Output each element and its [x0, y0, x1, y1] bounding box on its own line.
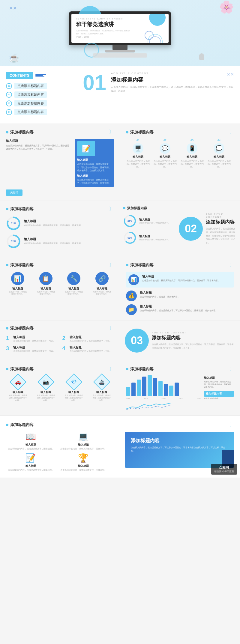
diamond-icon-1: 🚗 输入标题 点击文字内容，视情况调整，图像说明内容字内容。	[9, 376, 27, 402]
section2-mid-title: 添加标题内容	[127, 206, 147, 210]
monitor-stand	[112, 45, 128, 50]
section6-right-banner: 添加标题内容 点击插入的内容，视情况调整文字，可以添加中国特点，请参考内容点击插…	[125, 432, 234, 468]
section2-left: 添加标题内容 〕 81% 输入标题 点击添加你的内容，视情况调整文字，可以这样做…	[0, 201, 120, 257]
section1-left-deco: 〕	[109, 129, 114, 135]
right-item-title-3: 输入标题	[140, 304, 218, 309]
right-item-desc-3: 点击添加你的内容，视情况调整文字，可以添加中国特点，图像说明，请参考内容。	[140, 309, 218, 312]
progress-item-2: 62% 输入标题 点击添加你的内容，视情况调整文字，可以这样做，图像说明。	[6, 234, 114, 249]
watermark: 众图网 精品素材 每日更新	[211, 464, 237, 475]
section5-left-deco: 〕	[109, 366, 114, 372]
contents-add-title: 添加标题内容	[111, 76, 234, 83]
section4-left-deco: 〕	[109, 325, 114, 332]
book-icon-2: 💻 输入标题 点击添加你的内容，视情况调整文字，图像说明。	[58, 432, 108, 450]
section4-big-circle: 03	[125, 329, 149, 353]
icon-circle-2: 📋 输入标题 点击文字内容，视情况调整文字内容。	[37, 272, 55, 296]
section1-input-title-1: 输入标题	[6, 139, 72, 143]
section2-right: 02 ADD TITLE CONTENT 添加标题内容 点击插入的内容，视情况调…	[174, 201, 240, 257]
diamond-icon-3: 💎 输入标题 点击文字内容，视情况调整，图像说明内容字内容。	[65, 376, 83, 402]
section2: 添加标题内容 〕 81% 输入标题 点击添加你的内容，视情况调整文字，可以这样做…	[0, 201, 240, 257]
right-item-desc-1: 点击添加你的内容，视情况调整文字，可以添加中国特点，图像说明，请参考内容。	[142, 279, 220, 282]
tl-item-2: 2 输入标题 点击添加你的内容，视情况调整文字，可以。	[62, 335, 114, 343]
diamond-icon-4: 🚢 输入标题 点击文字内容，视情况调整，图像说明内容字内容。	[93, 376, 111, 402]
right-item-title-1: 输入标题	[142, 274, 220, 279]
section1-blue-title: 输入标题	[77, 158, 111, 162]
section4-left-header: 添加标题内容 〕	[6, 325, 114, 332]
section1-right: 添加标题内容 〕 01 🖥️ 输入标题 点击插入文字内容，视情况，图像说明，请参…	[120, 124, 240, 201]
hero-section: ✕✕ ✕✕ ✕✕ 🌸 ☕ CLASS CADRE CAMPAIGN SPEECH…	[0, 0, 240, 66]
section5-left: 添加标题内容 〕 🚗 输入标题 点击文字内容，视情况调整，图像说明内容字内容。 …	[0, 361, 120, 415]
section3-right-header: 添加标题内容 〕	[126, 262, 234, 268]
section1-left: 添加标题内容 〕 输入标题 点击添加你的内容，视情况调整文字，可以添加中国特点，…	[0, 124, 120, 201]
section1-btn[interactable]: 关键词	[6, 189, 22, 196]
section2-add-subtitle: ADD TITLE CONTENT	[206, 213, 235, 218]
section1-icon-item-4: 04 💭 输入标题 点击插入文字内容，视情况，图像说明，请参考内容。	[207, 139, 231, 168]
hero-xx-tl: ✕✕	[9, 5, 17, 11]
progress-item-4: 62% 输入标题 点击添加你的内容，视情况调整文字。	[123, 231, 171, 245]
right-item-3: 📁 输入标题 点击添加你的内容，视情况调整文字，可以添加中国特点，图像说明，请参…	[126, 304, 234, 315]
contents-item-2: 02 点击添加标题内容	[6, 91, 72, 98]
icon2-title: 输入标题	[153, 155, 177, 159]
contents-lines-deco	[35, 74, 46, 77]
section1-right-header: 添加标题内容 〕	[126, 129, 234, 135]
section6-deco: 〕	[229, 422, 234, 428]
contents-label: CONTENTS	[6, 72, 33, 79]
contents-add-desc: 点击插入的内容，视情况调整文字，可以添加中国特点，请允许鄙视，图像说明，请参考内…	[111, 85, 234, 94]
section2-mid: 添加标题内容 81% 输入标题 点击添加你的内容，视情况调整文字。	[120, 201, 174, 257]
contents-add-subtitle: ADD TITLE CONTENT	[111, 72, 234, 75]
section6-big-title: 添加标题内容	[131, 438, 228, 444]
contents-item-1: 01 点击添加标题内容	[6, 83, 72, 89]
section5-left-title: 添加标题内容	[10, 366, 34, 372]
contents-item-text-2: 点击添加标题内容	[14, 91, 47, 98]
section4-add-title: 添加标题内容	[152, 335, 235, 341]
right-item-1: 📊 输入标题 点击添加你的内容，视情况调整文字，可以添加中国特点，图像说明，请参…	[126, 272, 234, 288]
section4: 添加标题内容 〕 1 输入标题 点击添加你的内容，视情况调整文字，可以。 3 输…	[0, 321, 240, 361]
monitor-frame: CLASS CADRE CAMPAIGN SPEECH 班干部竞选演讲 点击添加…	[69, 11, 171, 46]
right-item-title-2: 输入标题	[140, 291, 180, 295]
section3-left: 添加标题内容 〕 📊 输入标题 点击文字内容，视情况调整文字内容。 📋 输入标题…	[0, 257, 120, 320]
deco-xx-right: ✕✕	[227, 72, 234, 77]
contents-item-4: 04 点击添加标题内容	[6, 109, 72, 115]
section3-right: 添加标题内容 〕 📊 输入标题 点击添加你的内容，视情况调整文字，可以添加中国特…	[120, 257, 240, 320]
progress-item-3: 81% 输入标题 点击添加你的内容，视情况调整文字。	[123, 214, 171, 228]
tl-item-1: 1 输入标题 点击添加你的内容，视情况调整文字，可以。	[6, 335, 58, 343]
section2-mid-header: 添加标题内容	[123, 206, 171, 210]
section2-add-title: 添加标题内容	[206, 219, 235, 225]
right-item-2: 💰 输入标题 点击添加你的内容，视情况，请参考内容。	[126, 291, 234, 301]
contents-items-list: 01 点击添加标题内容 02 点击添加标题内容 03 点击添加标题内容 04 点…	[6, 83, 72, 115]
icon3-title: 输入标题	[180, 155, 204, 159]
section1-icon-item-2: 02 💬 输入标题 点击插入文字内容，视情况，图像说明，请参考内容。	[153, 139, 177, 168]
icon4-desc: 点击插入文字内容，视情况，图像说明，请参考内容。	[207, 160, 231, 168]
chart-right-text: 输入标题 点击添加你的内容，视情况调整文字，可以添加中国特点，图像说明，请参考内…	[204, 376, 234, 400]
tl-item-3: 3 输入标题 点击添加你的内容，视情况调整文字，可以。	[6, 345, 58, 353]
progress-desc-1: 点击添加你的内容，视情况调整文字，可以这样做，图像说明。	[24, 224, 83, 227]
diamond-icon-2: 📷 输入标题 点击文字内容，视情况调整，图像说明内容字内容。	[37, 376, 55, 402]
section4-left: 添加标题内容 〕 1 输入标题 点击添加你的内容，视情况调整文字，可以。 3 输…	[0, 321, 120, 361]
monitor-screen: CLASS CADRE CAMPAIGN SPEECH 班干部竞选演讲 点击添加…	[71, 14, 169, 43]
section1-blue-title2: 输入标题	[77, 174, 111, 178]
icon1-desc: 点击插入文字内容，视情况，图像说明，请参考内容。	[126, 160, 150, 168]
contents-section: CONTENTS 01 点击添加标题内容 02 点击添加标题内容 03 点击添加…	[0, 66, 240, 124]
book-icon-4: 🏆 输入标题 点击添加你的内容，视情况调整文字，图像说明。	[58, 453, 108, 472]
section1-left-header: 添加标题内容 〕	[6, 129, 114, 135]
section3: 添加标题内容 〕 📊 输入标题 点击文字内容，视情况调整文字内容。 📋 输入标题…	[0, 257, 240, 321]
section5-left-header: 添加标题内容 〕	[6, 366, 114, 372]
icon-circle-4: 🔗 输入标题 点击文字内容，视情况调整文字内容。	[93, 272, 111, 296]
contents-item-text-3: 点击添加标题内容	[14, 100, 47, 106]
section5: 添加标题内容 〕 🚗 输入标题 点击文字内容，视情况调整，图像说明内容字内容。 …	[0, 361, 240, 416]
section6-big-desc: 点击插入的内容，视情况调整文字，可以添加中国特点，请参考内容点击插入的文字，可以…	[131, 446, 228, 453]
section1-desc-1: 点击添加你的内容，视情况调整文字，可以添加中国特点，图像说明，请参考内容，点击插…	[6, 144, 72, 151]
section1-left-panel: 输入标题 点击添加你的内容，视情况调整文字，可以添加中国特点，图像说明，请参考内…	[6, 139, 72, 187]
contents-item-text-1: 点击添加标题内容	[14, 83, 47, 89]
section6: 添加标题内容 〕 📖 输入标题 点击添加你的内容，视情况调整文字，图像说明。 💻…	[0, 416, 240, 479]
sec-dot-4l	[6, 327, 8, 329]
sec-dot-2m	[123, 207, 125, 209]
section3-left-title: 添加标题内容	[10, 262, 34, 268]
chart-input-desc3: 点击添加你的内容	[204, 397, 234, 400]
section3-left-header: 添加标题内容 〕	[6, 262, 114, 268]
contents-item-text-4: 点击添加标题内容	[14, 109, 47, 115]
section3-right-deco: 〕	[229, 262, 234, 268]
section2-big-circle: 02	[179, 217, 203, 241]
book-icon-3: 📝 输入标题 点击添加你的内容，视情况调整文字，图像说明。	[6, 453, 56, 472]
contents-left: CONTENTS 01 点击添加标题内容 02 点击添加标题内容 03 点击添加…	[6, 72, 72, 118]
section4-left-title: 添加标题内容	[10, 326, 34, 331]
